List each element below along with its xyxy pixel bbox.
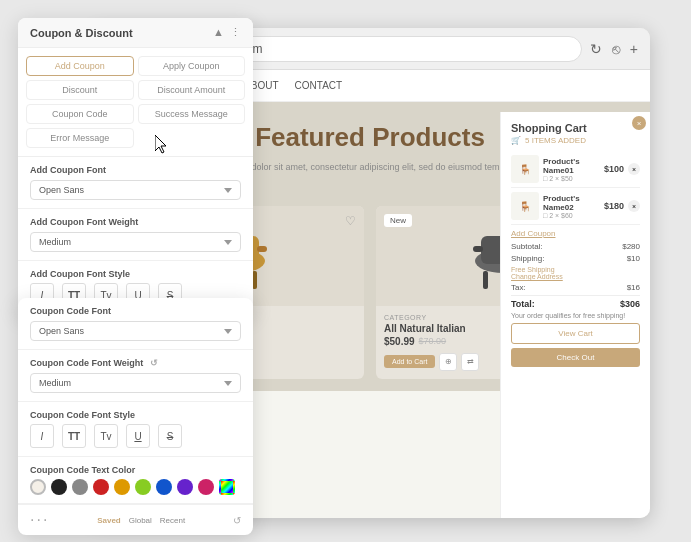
cart-count: 🛒 5 ITEMS ADDED <box>511 136 640 145</box>
coupon-tab-coupon-code[interactable]: Coupon Code <box>26 104 134 124</box>
price-old-2: $70.00 <box>419 336 447 346</box>
coupon-menu-icon[interactable]: ⋮ <box>230 26 241 39</box>
change-address-link[interactable]: Change Address <box>511 273 563 280</box>
reset-icon[interactable]: ↺ <box>233 515 241 526</box>
coupon-header-icons: ▲ ⋮ <box>213 26 241 39</box>
view-cart-btn[interactable]: View Cart <box>511 323 640 344</box>
tab-saved[interactable]: Saved <box>97 516 121 525</box>
cart-total-row: Total: $306 <box>511 295 640 309</box>
code-style-label: Coupon Code Font Style <box>30 410 241 420</box>
svg-rect-10 <box>473 246 483 252</box>
code-weight-section: Coupon Code Font Weight ↺ Medium <box>18 350 253 402</box>
coupon-tab-discount[interactable]: Discount <box>26 80 134 100</box>
code-style-underline-btn[interactable]: U <box>126 424 150 448</box>
cart-item-qty-2: □ 2 × $60 <box>543 212 600 219</box>
product-badge-2: New <box>384 214 412 227</box>
swatch-5[interactable] <box>135 479 151 495</box>
cart-item-price-1: $100 <box>604 164 624 174</box>
code-style-tt-btn[interactable]: TT <box>62 424 86 448</box>
swatch-8[interactable] <box>198 479 214 495</box>
search-product-icon-2[interactable]: ⊕ <box>439 353 457 371</box>
code-weight-refresh-icon[interactable]: ↺ <box>150 358 158 368</box>
swatch-7[interactable] <box>177 479 193 495</box>
coupon-font-section: Add Coupon Font Open Sans <box>18 157 253 209</box>
cart-qualify: Your order qualifies for free shipping! <box>511 312 640 319</box>
code-color-section: Coupon Code Text Color <box>18 457 253 504</box>
swatch-picker[interactable] <box>219 479 235 495</box>
svg-rect-8 <box>483 271 488 289</box>
checkout-btn[interactable]: Check Out <box>511 348 640 367</box>
cart-free-ship: Free Shipping Change Address <box>511 266 640 280</box>
tab-global[interactable]: Global <box>129 516 152 525</box>
coupon-tab-add[interactable]: Add Coupon <box>26 56 134 76</box>
bottom-bar-tabs: Saved Global Recent <box>97 516 185 525</box>
new-tab-icon[interactable]: + <box>630 41 638 57</box>
cart-item-name-1: Product's Name01 <box>543 157 600 175</box>
coupon-collapse-icon[interactable]: ▲ <box>213 26 224 39</box>
code-style-italic-btn[interactable]: I <box>30 424 54 448</box>
coupon-weight-section: Add Coupon Font Weight Medium <box>18 209 253 261</box>
cart-title: Shopping Cart <box>511 122 640 134</box>
code-font-select[interactable]: Open Sans <box>30 321 241 341</box>
swatch-0[interactable] <box>30 479 46 495</box>
cart-item-img-1: 🪑 <box>511 155 539 183</box>
code-style-buttons: I TT Tv U S <box>30 424 241 448</box>
cart-item-2: 🪑 Product's Name02 □ 2 × $60 $180 × <box>511 188 640 225</box>
bottom-bar-dots[interactable]: ··· <box>30 511 49 529</box>
cart-icon: 🛒 <box>511 136 521 145</box>
coupon-font-select[interactable]: Open Sans <box>30 180 241 200</box>
cart-item-info-1: Product's Name01 □ 2 × $50 <box>543 157 600 182</box>
cart-shipping-label: Shipping: <box>511 254 544 263</box>
code-weight-label: Coupon Code Font Weight ↺ <box>30 358 241 368</box>
coupon-tab-success[interactable]: Success Message <box>138 104 246 124</box>
swatch-1[interactable] <box>51 479 67 495</box>
coupon-panel-header: Coupon & Discount ▲ ⋮ <box>18 18 253 48</box>
code-style-section: Coupon Code Font Style I TT Tv U S <box>18 402 253 457</box>
price-current-2: $50.99 <box>384 336 415 347</box>
browser-actions: ↻ ⎋ + <box>590 41 638 57</box>
cart-subtotal-value: $280 <box>622 242 640 251</box>
coupon-code-panel: Coupon Code Font Open Sans Coupon Code F… <box>18 298 253 535</box>
code-weight-select[interactable]: Medium <box>30 373 241 393</box>
cart-total-value: $306 <box>620 299 640 309</box>
cart-item-qty-1: □ 2 × $50 <box>543 175 600 182</box>
wishlist-icon-1[interactable]: ♡ <box>345 214 356 228</box>
coupon-tab-discount-amount[interactable]: Discount Amount <box>138 80 246 100</box>
cart-item-img-2: 🪑 <box>511 192 539 220</box>
coupon-font-label: Add Coupon Font <box>30 165 241 175</box>
refresh-icon[interactable]: ↻ <box>590 41 602 57</box>
nav-contact[interactable]: CONTACT <box>295 80 343 91</box>
cart-tax-row: Tax: $16 <box>511 283 640 292</box>
compare-icon-2[interactable]: ⇄ <box>461 353 479 371</box>
code-style-tv-btn[interactable]: Tv <box>94 424 118 448</box>
add-to-cart-btn-2[interactable]: Add to Cart <box>384 355 435 368</box>
bottom-bar: ··· Saved Global Recent ↺ <box>18 504 253 535</box>
cart-tax-value: $16 <box>627 283 640 292</box>
cart-item-name-2: Product's Name02 <box>543 194 600 212</box>
cart-subtotal-row: Subtotal: $280 <box>511 242 640 251</box>
cart-item-price-2: $180 <box>604 201 624 211</box>
cart-item-info-2: Product's Name02 □ 2 × $60 <box>543 194 600 219</box>
code-color-label: Coupon Code Text Color <box>30 465 241 475</box>
cart-shipping-row: Shipping: $10 <box>511 254 640 263</box>
cart-item-remove-2[interactable]: × <box>628 200 640 212</box>
coupon-tab-apply[interactable]: Apply Coupon <box>138 56 246 76</box>
cart-item-remove-1[interactable]: × <box>628 163 640 175</box>
coupon-tab-error[interactable]: Error Message <box>26 128 134 148</box>
cart-subtotal-label: Subtotal: <box>511 242 543 251</box>
cart-add-coupon[interactable]: Add Coupon <box>511 229 640 238</box>
code-font-section: Coupon Code Font Open Sans <box>18 298 253 350</box>
code-font-label: Coupon Code Font <box>30 306 241 316</box>
coupon-weight-label: Add Coupon Font Weight <box>30 217 241 227</box>
swatch-2[interactable] <box>72 479 88 495</box>
cart-count-label: 5 ITEMS ADDED <box>525 136 586 145</box>
swatch-3[interactable] <box>93 479 109 495</box>
cart-close-btn[interactable]: × <box>632 116 646 130</box>
cart-panel: × Shopping Cart 🛒 5 ITEMS ADDED 🪑 Produc… <box>500 112 650 518</box>
code-style-strikethrough-btn[interactable]: S <box>158 424 182 448</box>
coupon-weight-select[interactable]: Medium <box>30 232 241 252</box>
swatch-4[interactable] <box>114 479 130 495</box>
swatch-6[interactable] <box>156 479 172 495</box>
tab-recent[interactable]: Recent <box>160 516 185 525</box>
share-icon[interactable]: ⎋ <box>612 41 620 57</box>
